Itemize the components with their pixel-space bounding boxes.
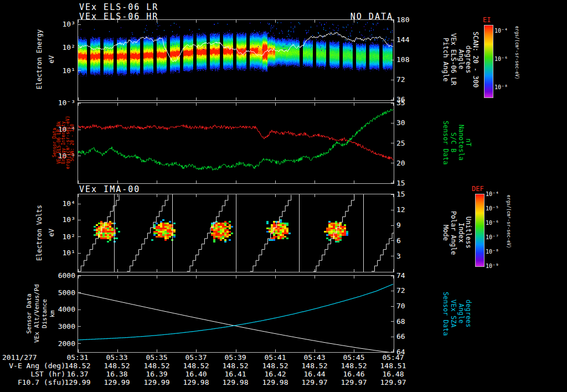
panel4-right-axis-label: Sensor Data — [442, 292, 450, 336]
colorbar2-tick: 10⁻⁷ — [486, 234, 499, 240]
panel3-right-axis-label: Unitless — [465, 216, 472, 249]
info-row-value: 16.38 — [101, 370, 132, 378]
panel3-right-tick: 12 — [396, 205, 419, 214]
time-label: 05:45 — [340, 353, 368, 362]
panel4-right-tick: 72 — [396, 286, 419, 295]
panel2-left-tick: 10⁻³ — [53, 99, 75, 107]
info-row-value: 148.52 — [141, 362, 172, 370]
panel3-left-tick: 10¹ — [53, 249, 75, 257]
panel1-y-axis-unit: eV — [48, 55, 55, 63]
panel3-right-tick: 15 — [396, 190, 419, 198]
panel3-left-tick: 10³ — [53, 215, 75, 224]
panel1-left-tick: 10³ — [53, 20, 75, 28]
panel2-right-axis-label: nT — [465, 138, 472, 146]
panel1-y-axis-title: Electron Energy — [35, 29, 43, 89]
info-row-value: 129.99 — [62, 378, 93, 386]
info-row-label: F10.7 (sfu) — [2, 378, 65, 386]
panel2-right-tick: 30 — [396, 118, 419, 127]
panel2-right-tick: 15 — [396, 179, 419, 187]
panel4-right-axis-label: VEx SZA — [450, 300, 457, 328]
info-row-value: 129.98 — [260, 378, 291, 386]
panel3-right-tick: 6 — [396, 236, 419, 245]
panel4-left-tick: 2000 — [53, 339, 75, 348]
colorbar2-tick: 10⁻⁸ — [486, 249, 499, 255]
info-row-value: 129.98 — [181, 378, 212, 386]
info-row-value: 148.52 — [260, 362, 291, 370]
panel4-right-tick: 66 — [396, 332, 419, 341]
colorbar2-tick: 10⁻⁵ — [486, 205, 499, 212]
panel4-left-tick: 3000 — [53, 322, 75, 331]
time-label: 05:31 — [64, 353, 91, 362]
panel3-right-axis-label: Polar Angle — [450, 211, 457, 255]
info-row-value: 16.42 — [260, 370, 291, 378]
colorbar2-unit: ergs/(cm²-sr-sec-eV) — [506, 195, 511, 248]
info-row-value: 148.52 — [101, 362, 132, 370]
panel1-title-lr: VEx ELS-06 LR — [79, 2, 158, 12]
info-row-value: 129.99 — [141, 378, 172, 386]
panel3-y-axis-title: Electron Volts — [35, 205, 43, 261]
els-spectrogram-plot — [78, 19, 394, 101]
panel4-left-tick: 5000 — [53, 288, 75, 297]
date-label: 2011/277 — [2, 353, 37, 362]
panel2-right-tick: 25 — [396, 139, 419, 147]
info-row-label: LST (hr) — [2, 370, 65, 378]
panel1-left-tick: 10¹ — [53, 66, 75, 75]
panel4-right-tick: 68 — [396, 317, 419, 326]
info-row-value: 148.51 — [378, 362, 409, 370]
ima-spectrogram-plot — [78, 194, 394, 272]
panel2-right-axis-label: Nanotesla — [457, 125, 465, 161]
info-row-value: 148.52 — [62, 362, 93, 370]
info-row-value: 148.52 — [220, 362, 251, 370]
altitude-sza-plot — [78, 275, 394, 353]
panel1-right-tick: 72 — [396, 75, 419, 84]
panel3-left-tick: 10⁴ — [53, 199, 75, 208]
panel4-right-tick: 70 — [396, 302, 419, 310]
time-label: 05:35 — [143, 353, 171, 362]
panel4-right-axis-label: Angle — [457, 303, 465, 323]
panel3-right-tick: 3 — [396, 252, 419, 260]
info-row-value: 16.40 — [181, 370, 212, 378]
panel4-left-axis-label: VEx Alt/Venus/Pd — [33, 284, 40, 343]
panel4-right-axis-label: degrees — [465, 300, 472, 328]
info-row-value: 129.97 — [338, 378, 369, 386]
colorbar1-title: EI — [483, 16, 491, 24]
info-row-value: 129.99 — [101, 378, 132, 386]
colorbar1-unit: ergs/(cm²-sr-sec-eV) — [514, 26, 519, 79]
panel3-right-axis-label: Index — [457, 223, 465, 243]
colorbar1-gradient — [484, 25, 493, 98]
info-row-value: 129.97 — [378, 378, 409, 386]
time-label: 05:37 — [182, 353, 210, 362]
info-row-value: 148.52 — [299, 362, 330, 370]
info-row-label: V-E Ang (deg) — [2, 362, 65, 370]
time-label: 05:47 — [379, 353, 407, 362]
panel4-left-axis-label: Sensor Data — [25, 293, 33, 334]
panel2-right-tick: 20 — [396, 159, 419, 167]
info-row-value: 16.39 — [141, 370, 172, 378]
panel1-right-tick: 180 — [396, 16, 419, 24]
panel3-y-axis-unit: eV — [48, 229, 55, 236]
info-row-value: 16.37 — [62, 370, 93, 378]
panel4-right-tick: 74 — [396, 271, 419, 280]
info-row-value: 16.41 — [220, 370, 251, 378]
intensity-bfield-plot — [78, 102, 394, 184]
panel4-left-axis-label: km — [49, 310, 56, 317]
colorbar2-gradient — [475, 194, 484, 267]
colorbar2-title: DEF — [472, 185, 484, 193]
panel4-left-tick: 4000 — [53, 305, 75, 313]
info-row-value: 148.52 — [181, 362, 212, 370]
info-row-value: 129.98 — [220, 378, 251, 386]
panel4-left-tick: 6000 — [53, 271, 75, 280]
colorbar2-tick: 10⁻⁴ — [486, 191, 499, 197]
colorbar1-tick: 10⁻⁶ — [494, 56, 508, 62]
info-row-value: 16.48 — [378, 370, 409, 378]
panel1-right-axis-label: VEx ELS-06 LR — [450, 33, 457, 85]
panel1-right-axis-label: degrees — [465, 45, 472, 74]
info-row-value: 16.46 — [338, 370, 369, 378]
panel1-right-axis-label: Pitch Angle — [442, 38, 450, 81]
colorbar2-tick: 10⁻⁹ — [486, 263, 499, 269]
panel1-left-tick: 10² — [53, 43, 75, 51]
panel3-title: VEx IMA-00 — [79, 184, 140, 194]
vex-science-data-display: VEx ELS-06 LR VEx ELS-06 HR NO DATA VEx … — [0, 0, 567, 392]
panel1-right-axis-label: SCAN: 20 - 300 — [472, 32, 480, 87]
time-label: 05:41 — [261, 353, 289, 362]
